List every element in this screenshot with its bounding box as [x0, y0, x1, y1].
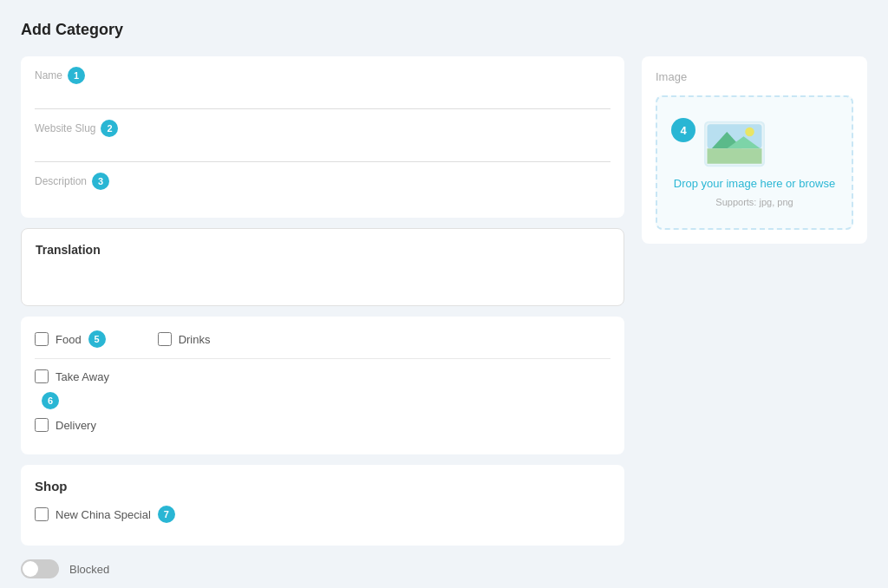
- description-input[interactable]: [35, 192, 610, 209]
- description-field-group: Description 3: [35, 162, 610, 214]
- blocked-label: Blocked: [69, 563, 109, 576]
- description-badge: 3: [92, 173, 109, 190]
- checkboxes-section: Food 5 Drinks Take Away 6: [21, 317, 624, 454]
- translation-title: Translation: [36, 243, 610, 257]
- blocked-section: Blocked: [21, 546, 624, 585]
- food-label[interactable]: Food: [56, 333, 82, 346]
- drinks-label[interactable]: Drinks: [179, 333, 211, 346]
- badge-6: 6: [42, 392, 59, 409]
- image-drop-area[interactable]: 4: [656, 95, 853, 230]
- take-away-row: Take Away: [35, 369, 610, 383]
- take-away-checkbox[interactable]: [35, 369, 49, 383]
- new-china-label[interactable]: New China Special: [56, 508, 151, 521]
- new-china-row: New China Special 7: [35, 506, 610, 523]
- name-field-group: Name 1: [35, 56, 610, 109]
- shop-title: Shop: [35, 479, 610, 493]
- description-label: Description: [35, 175, 87, 187]
- delivery-label[interactable]: Delivery: [56, 419, 96, 432]
- name-badge: 1: [68, 67, 85, 84]
- drinks-checkbox[interactable]: [158, 332, 172, 346]
- slug-badge: 2: [101, 120, 118, 137]
- toggle-slider: [21, 559, 59, 578]
- image-panel: Image 4: [642, 56, 867, 244]
- slug-label: Website Slug: [35, 122, 95, 134]
- svg-point-6: [745, 127, 754, 137]
- translation-box: Translation: [21, 228, 624, 306]
- delivery-row: Delivery: [35, 418, 610, 432]
- food-checkbox[interactable]: [35, 332, 49, 346]
- new-china-checkbox[interactable]: [35, 507, 49, 521]
- name-label: Name: [35, 69, 62, 82]
- image-drop-sub: Supports: jpg, png: [715, 197, 793, 207]
- name-input[interactable]: [35, 86, 610, 103]
- badge-7: 7: [158, 506, 175, 523]
- slug-input[interactable]: [35, 139, 610, 156]
- slug-field-group: Website Slug 2: [35, 109, 610, 162]
- delivery-checkbox[interactable]: [35, 418, 49, 432]
- badge-4: 4: [671, 118, 695, 142]
- image-panel-title: Image: [656, 70, 853, 83]
- badge-5: 5: [88, 330, 106, 348]
- shop-section: Shop New China Special 7: [21, 465, 624, 546]
- page-title: Add Category: [21, 21, 867, 39]
- blocked-toggle[interactable]: [21, 559, 59, 578]
- svg-rect-5: [708, 148, 762, 164]
- take-away-label[interactable]: Take Away: [56, 370, 109, 383]
- image-preview-icon: [704, 118, 765, 170]
- image-drop-text: Drop your image here or browse: [674, 177, 835, 190]
